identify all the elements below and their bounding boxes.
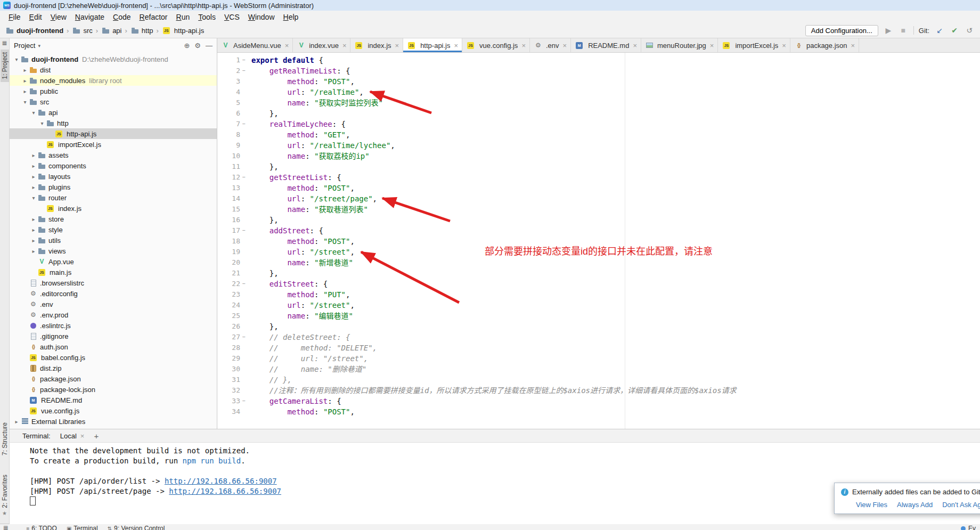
tab-package-json[interactable]: {}package.json× <box>790 38 859 52</box>
chevron-down-icon[interactable]: ▾ <box>38 43 40 48</box>
project-panel-title[interactable]: Project <box>14 42 35 50</box>
fold-icon[interactable]: − <box>240 332 247 343</box>
menu-file[interactable]: File <box>4 12 25 22</box>
tree-item-vue-config-js[interactable]: JSvue.config.js <box>10 405 217 416</box>
tree-item-api[interactable]: ▾api <box>10 107 217 118</box>
tree-item-auth-json[interactable]: {}auth.json <box>10 341 217 352</box>
terminal-tab-local[interactable]: Local × <box>57 431 88 441</box>
close-icon[interactable]: × <box>633 42 637 50</box>
breadcrumb-http[interactable]: http <box>130 26 153 35</box>
always-add-link[interactable]: Always Add <box>897 501 933 509</box>
close-icon[interactable]: × <box>395 42 399 50</box>
history-icon[interactable]: ↺ <box>964 26 975 35</box>
chevron-right-icon[interactable]: ▸ <box>13 419 20 425</box>
menu-vcs[interactable]: VCS <box>220 12 244 22</box>
tab-http-api-js[interactable]: JShttp-api.js× <box>403 38 462 52</box>
toolwindow-2-favorites[interactable]: 2: Favorites★ <box>1 472 9 519</box>
hide-icon[interactable]: — <box>206 42 213 50</box>
statusbar-terminal[interactable]: ▣Terminal <box>67 525 98 530</box>
tab-index-vue[interactable]: Vindex.vue× <box>293 38 350 52</box>
breadcrumb-src[interactable]: src <box>72 26 92 35</box>
tree-item-app-vue[interactable]: VApp.vue <box>10 256 217 267</box>
close-icon[interactable]: × <box>342 42 347 50</box>
statusbar-6-todo[interactable]: ≡6: TODO <box>26 525 56 530</box>
chevron-down-icon[interactable]: ▾ <box>21 99 29 105</box>
code-editor[interactable]: 1−2−34567−89101112−1314151617−1819202122… <box>217 53 980 429</box>
chevron-down-icon[interactable]: ▾ <box>30 110 37 116</box>
tree-item-eslintrc-js[interactable]: .eslintrc.js <box>10 320 217 331</box>
view-files-link[interactable]: View Files <box>856 501 887 509</box>
tree-item-views[interactable]: ▸views <box>10 246 217 256</box>
tree-item-utils[interactable]: ▸utils <box>10 235 217 246</box>
menu-run[interactable]: Run <box>172 12 194 22</box>
chevron-down-icon[interactable]: ▾ <box>38 120 46 126</box>
terminal-link[interactable]: http://192.168.66.56:9007 <box>169 487 281 495</box>
toolwindow-1-project[interactable]: 1: Project <box>1 50 9 82</box>
chevron-right-icon[interactable]: ▸ <box>30 174 37 180</box>
tree-item-router[interactable]: ▾router <box>10 192 217 203</box>
tree-item-src[interactable]: ▾src <box>10 96 217 107</box>
chevron-right-icon[interactable]: ▸ <box>30 152 37 158</box>
editor-gutter[interactable]: 1−2−34567−89101112−1314151617−1819202122… <box>217 53 247 429</box>
tree-item-gitignore[interactable]: .gitignore <box>10 331 217 341</box>
tree-item-editorconfig[interactable]: ⚙.editorconfig <box>10 288 217 299</box>
chevron-right-icon[interactable]: ▸ <box>30 248 37 254</box>
code-area[interactable]: export default { getRealTimeList: { meth… <box>247 53 980 429</box>
tab-readme-md[interactable]: MREADME.md× <box>571 38 641 52</box>
locate-icon[interactable]: ⊕ <box>184 42 190 50</box>
tree-item-package-lock-json[interactable]: {}package-lock.json <box>10 384 217 395</box>
tree-item-dist-zip[interactable]: dist.zip <box>10 363 217 373</box>
tree-item-http[interactable]: ▾http <box>10 118 217 128</box>
tree-item-babel-config-js[interactable]: JSbabel.config.js <box>10 352 217 363</box>
close-icon[interactable]: × <box>563 42 567 50</box>
tab-vue-config-js[interactable]: JSvue.config.js× <box>462 38 530 52</box>
stop-icon[interactable]: ■ <box>898 26 909 35</box>
tree-item-readme-md[interactable]: MREADME.md <box>10 395 217 405</box>
tree-item-importexcel-js[interactable]: JSimportExcel.js <box>10 139 217 150</box>
fold-icon[interactable]: − <box>240 119 247 129</box>
breadcrumb-http-api-js[interactable]: JShttp-api.js <box>162 27 204 35</box>
menu-refactor[interactable]: Refactor <box>135 12 172 22</box>
run-icon[interactable]: ▶ <box>883 26 894 35</box>
tree-item-main-js[interactable]: JSmain.js <box>10 267 217 278</box>
tree-item-browserslistrc[interactable]: .browserslistrc <box>10 278 217 288</box>
close-icon[interactable]: × <box>521 42 526 50</box>
tree-item-node-modules[interactable]: ▸node_moduleslibrary root <box>10 75 217 86</box>
tab-index-js[interactable]: JSindex.js× <box>350 38 403 52</box>
close-icon[interactable]: × <box>782 42 786 50</box>
tree-item-duoji-frontend[interactable]: ▾duoji-frontendD:\zheheWeb\duoji-fronten… <box>10 54 217 64</box>
menu-tools[interactable]: Tools <box>194 12 220 22</box>
tree-item-dist[interactable]: ▸dist <box>10 64 217 75</box>
terminal-link[interactable]: http://192.168.66.56:9007 <box>165 477 277 485</box>
fold-icon[interactable]: − <box>240 225 247 236</box>
menu-code[interactable]: Code <box>109 12 135 22</box>
chevron-right-icon[interactable]: ▸ <box>21 78 29 84</box>
dont-ask-again-link[interactable]: Don't Ask Again <box>942 501 980 509</box>
menu-help[interactable]: Help <box>279 12 303 22</box>
chevron-right-icon[interactable]: ▸ <box>30 163 37 169</box>
tree-item-external-libraries[interactable]: ▸External Libraries <box>10 416 217 427</box>
chevron-down-icon[interactable]: ▾ <box>30 195 37 201</box>
tree-item-env[interactable]: ⚙.env <box>10 299 217 309</box>
close-icon[interactable]: × <box>80 432 85 440</box>
tree-item-env-prod[interactable]: ⚙.env.prod <box>10 309 217 320</box>
chevron-right-icon[interactable]: ▸ <box>30 227 37 233</box>
tree-item-assets[interactable]: ▸assets <box>10 150 217 160</box>
fold-icon[interactable]: − <box>240 55 247 66</box>
tab-env[interactable]: ⚙.env× <box>530 38 571 52</box>
menu-view[interactable]: View <box>46 12 71 22</box>
menu-window[interactable]: Window <box>244 12 279 22</box>
fold-icon[interactable]: − <box>240 172 247 183</box>
add-configuration-button[interactable]: Add Configuration... <box>805 25 878 36</box>
tree-item-package-json[interactable]: {}package.json <box>10 373 217 384</box>
close-icon[interactable]: × <box>454 42 459 50</box>
fold-icon[interactable]: − <box>240 66 247 76</box>
chevron-right-icon[interactable]: ▸ <box>30 184 37 190</box>
statusbar-9-version-control[interactable]: ⇅9: Version Control <box>108 525 165 530</box>
toolwindow-corner-icon[interactable]: ▦ <box>3 525 8 530</box>
tree-item-index-js[interactable]: JSindex.js <box>10 203 217 214</box>
git-commit-icon[interactable]: ✔ <box>949 26 960 35</box>
toolwindow-7-structure[interactable]: 7: Structure <box>1 420 9 458</box>
fold-icon[interactable]: − <box>240 396 247 406</box>
tab-asidemenu-vue[interactable]: VAsideMenu.vue× <box>217 38 293 52</box>
